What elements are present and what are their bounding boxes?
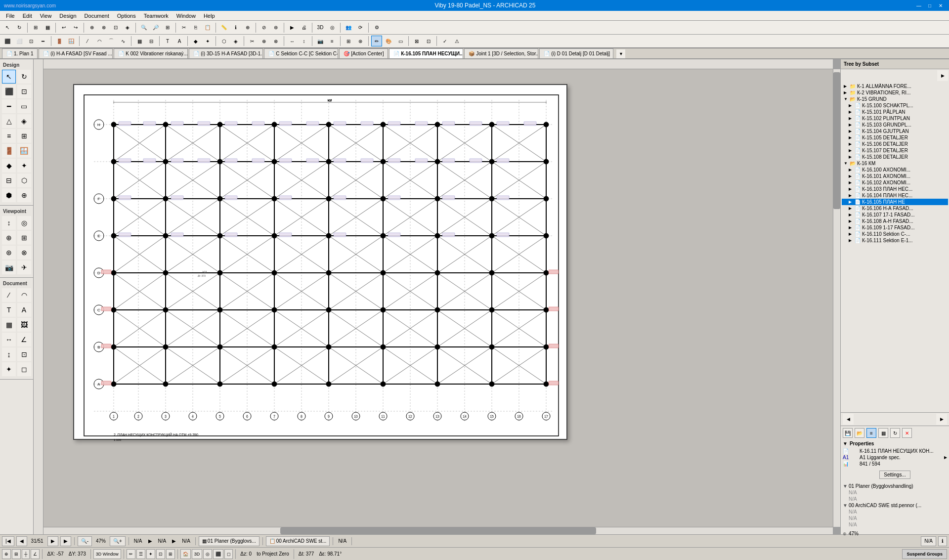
- stair-tool[interactable]: ≡: [2, 129, 16, 143]
- select-tool-btn[interactable]: ↖: [2, 22, 13, 33]
- nav-next-btn[interactable]: ▶: [47, 536, 58, 546]
- zone-stamp-tool[interactable]: ⊡: [17, 347, 31, 361]
- pan-tool[interactable]: ↕: [2, 216, 16, 230]
- info-btn[interactable]: ℹ: [230, 22, 241, 33]
- props-grid-btn[interactable]: ▦: [878, 428, 888, 438]
- props-tree-item-archicad[interactable]: ▼ 00 ArchiCAD SWE std.pennor (...: [843, 502, 947, 509]
- line-doc-tool[interactable]: ∕: [2, 288, 16, 302]
- tree-item-k15105[interactable]: ▶ 📄 К-15.105 DETALJER: [842, 134, 948, 141]
- menu-edit[interactable]: Edit: [19, 12, 36, 20]
- tab-overflow-btn[interactable]: ▼: [616, 49, 625, 58]
- tree-item-k1[interactable]: ▶ 📁 К-1 ALLMÄNNA FORE...: [842, 83, 948, 89]
- find-btn[interactable]: ⊕: [242, 22, 253, 33]
- level-dim-tool[interactable]: ↨: [2, 347, 16, 361]
- props-tree-item-planer[interactable]: ▼ 01 Planer (Bygglovshandling): [843, 483, 947, 489]
- hatch-tool-btn[interactable]: ▦: [134, 36, 145, 46]
- elevation-btn[interactable]: ⊛: [270, 22, 281, 33]
- fly-tool[interactable]: ✈: [17, 260, 31, 274]
- interior-elev-tool[interactable]: ⊗: [17, 246, 31, 259]
- column-tool[interactable]: ⊡: [17, 85, 31, 98]
- dim-tool[interactable]: ↔: [2, 333, 16, 346]
- v-scrollbar[interactable]: [833, 69, 840, 527]
- tree-item-k15104[interactable]: ▶ 📄 К-15.104 GJUTPLAN: [842, 128, 948, 134]
- tree-item-k16107[interactable]: ▶ 📄 К-16.107 17-1 FASAD...: [842, 212, 948, 218]
- props-folder-btn[interactable]: 📂: [855, 428, 864, 438]
- magic-wand-btn[interactable]: ✦: [146, 549, 155, 559]
- dimension-btn[interactable]: ↔: [287, 36, 298, 46]
- minimize-button[interactable]: —: [914, 1, 923, 10]
- door-tool[interactable]: 🚪: [2, 144, 16, 158]
- tree-item-k2[interactable]: ▶ 📁 К-2 VIBRATIONER, RI...: [842, 89, 948, 96]
- slab-tool[interactable]: ▭: [17, 99, 31, 113]
- layer-btn[interactable]: ⊡: [110, 22, 121, 33]
- render-btn[interactable]: ◎: [327, 22, 338, 33]
- object-tool[interactable]: ◆: [2, 159, 16, 172]
- label-doc-tool[interactable]: A: [17, 303, 31, 317]
- tree-item-k16103[interactable]: ▶ 📄 К-16.103 ПЛАН НЕС...: [842, 186, 948, 192]
- settings-btn[interactable]: ⚙: [371, 22, 382, 33]
- menu-document[interactable]: Document: [81, 12, 113, 20]
- publish-btn[interactable]: ▶: [287, 22, 298, 33]
- filter-btn[interactable]: ⊡: [423, 36, 434, 46]
- grid-snap-btn[interactable]: ⊞: [12, 549, 21, 559]
- arc-tool-btn[interactable]: ◠: [94, 36, 105, 46]
- tree-item-k15106[interactable]: ▶ 📄 К-15.106 DETALJER: [842, 141, 948, 147]
- measure-btn[interactable]: 📏: [218, 22, 229, 33]
- detail-tool[interactable]: ◻: [17, 362, 31, 376]
- lamp-tool-btn[interactable]: ✦: [202, 36, 213, 46]
- print-btn[interactable]: 🖨: [299, 22, 309, 33]
- tree-item-k15108[interactable]: ▶ 📄 К-15.108 DETALJER: [842, 154, 948, 160]
- element-btn[interactable]: ◈: [122, 22, 133, 33]
- paste-btn[interactable]: 📋: [202, 22, 213, 33]
- door-tool-btn[interactable]: 🚪: [54, 36, 65, 46]
- cut-btn[interactable]: ✂: [178, 22, 189, 33]
- tree-item-k16106[interactable]: ▶ 📄 К-16.106 Н-А FASAD...: [842, 205, 948, 212]
- tree-item-k16104[interactable]: ▶ 📄 К-16.104 ПЛАН НЕС...: [842, 192, 948, 199]
- stair-tool-btn[interactable]: ≡: [327, 36, 338, 46]
- elevation-tool[interactable]: ⊛: [2, 246, 16, 259]
- tab-k16105[interactable]: 📄 К-16.105 ПЛАН НЕСУЩИ... ✕: [389, 48, 463, 58]
- view-3d-btn[interactable]: 3D: [192, 549, 203, 559]
- zoom-in-btn[interactable]: 🔍: [138, 22, 149, 33]
- line-tool-btn[interactable]: ∕: [82, 36, 93, 46]
- zoom-out-status-btn[interactable]: 🔍-: [78, 536, 92, 546]
- object-tool-btn[interactable]: ◆: [190, 36, 201, 46]
- menu-view[interactable]: View: [36, 12, 56, 20]
- tree-item-k16102[interactable]: ▶ 📄 К-16.102 AXONOMI...: [842, 179, 948, 186]
- trim-tool-btn[interactable]: ✂: [247, 36, 258, 46]
- tab-3d15[interactable]: 📄 (i) 3D-15 H-A FASAD [3D-1...: [189, 48, 263, 58]
- window-tool-btn[interactable]: 🪟: [66, 36, 77, 46]
- snap-btn[interactable]: ⊕: [86, 22, 97, 33]
- arc-doc-tool[interactable]: ◠: [17, 288, 31, 302]
- arrow-tool[interactable]: ↖: [2, 70, 16, 84]
- orbit-tool[interactable]: ◎: [17, 216, 31, 230]
- tree-item-k16105[interactable]: ▶ 📄 К-16.105 ПЛАН НЕ: [842, 199, 948, 205]
- tree-item-k15101[interactable]: ▶ 📄 К-15.101 PÅLPLAN: [842, 109, 948, 115]
- check-btn[interactable]: ✓: [439, 36, 450, 46]
- 3d-btn[interactable]: 3D: [315, 22, 326, 33]
- drawing-viewport[interactable]: 2. ПЛАН НЕСУЩИХ КОНСТРУКЦИЙ НА ОТМ +9.39…: [43, 69, 833, 527]
- offset-tool-btn[interactable]: ⊗: [270, 36, 281, 46]
- props-refresh-btn[interactable]: ↻: [890, 428, 900, 438]
- zoom-fit-btn[interactable]: ⊞: [162, 22, 173, 33]
- rotate-btn[interactable]: ↻: [14, 22, 25, 33]
- edge-btn[interactable]: ⊡: [156, 549, 165, 559]
- mesh-tool-btn[interactable]: ◈: [230, 36, 241, 46]
- tree-item-k16100[interactable]: ▶ 📄 К-16.100 AXONOMI...: [842, 167, 948, 173]
- tab-action[interactable]: 🎯 [Action Center]: [339, 48, 388, 58]
- copy-btn[interactable]: ⎘: [190, 22, 201, 33]
- snap-enable-btn[interactable]: ⊕: [2, 549, 11, 559]
- ref-btn[interactable]: ⊛: [355, 36, 366, 46]
- layer-status-btn[interactable]: ▦ 01 Planer (Bygglovs...: [199, 536, 259, 546]
- tree-next-btn[interactable]: ▶: [936, 414, 947, 425]
- roof-tool[interactable]: △: [2, 114, 16, 128]
- maximize-button[interactable]: □: [925, 1, 934, 10]
- transparent-btn[interactable]: ◎: [203, 549, 212, 559]
- column-tool-btn[interactable]: ⊡: [26, 36, 37, 46]
- props-list-btn[interactable]: ≡: [866, 428, 876, 438]
- undo-btn[interactable]: ↩: [58, 22, 69, 33]
- camera-btn[interactable]: 📷: [315, 36, 326, 46]
- globe-tool[interactable]: ⊕: [2, 231, 16, 245]
- slab-tool-btn[interactable]: ⬜: [14, 36, 25, 46]
- figure-tool[interactable]: 🖼: [17, 318, 31, 332]
